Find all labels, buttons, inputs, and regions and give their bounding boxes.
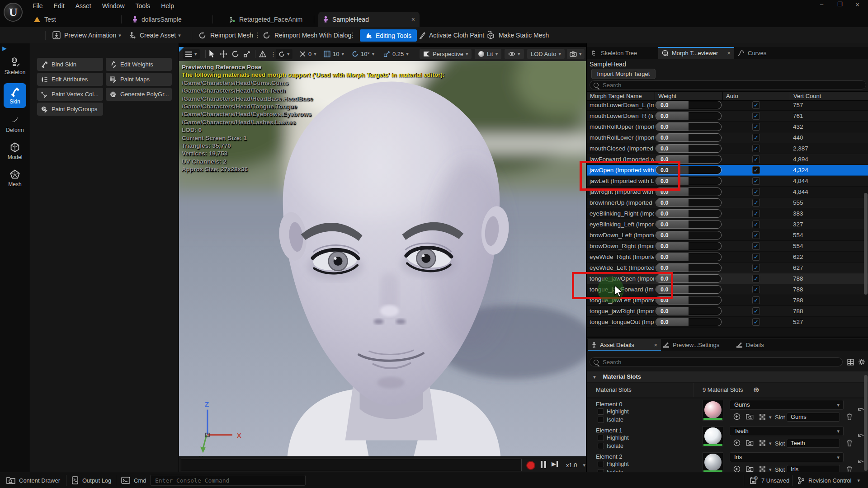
bind-skin-button[interactable]: Bind Skin xyxy=(37,58,103,71)
weight-spinbox[interactable]: 0.0 xyxy=(656,198,722,207)
weight-spinbox[interactable]: 0.0 xyxy=(656,253,722,261)
perspective-dropdown[interactable]: Perspective▾ xyxy=(420,49,472,59)
window-maximize-button[interactable]: ❐ xyxy=(837,1,843,8)
lit-mode-dropdown[interactable]: Lit▾ xyxy=(475,49,501,59)
mode-deform[interactable]: Deform xyxy=(0,115,30,133)
gear-icon[interactable] xyxy=(858,358,865,366)
column-vert-count[interactable]: Vert Count xyxy=(790,92,868,100)
morph-row-mouthLowerDown_R[interactable]: mouthLowerDown_R (Impo0.0✓761 xyxy=(587,111,868,122)
weight-spinbox[interactable]: 0.0 xyxy=(656,209,722,218)
playback-speed-dropdown[interactable]: x1.0▾ xyxy=(566,457,585,473)
edit-attributes-button[interactable]: Edit Attributes xyxy=(37,73,103,86)
tab-skeleton-tree[interactable]: Skeleton Tree xyxy=(588,47,641,59)
reimport-mesh-button[interactable]: Reimport Mesh xyxy=(198,27,253,43)
auto-checkbox[interactable]: ✓ xyxy=(752,286,760,293)
mode-model[interactable]: Model xyxy=(0,142,30,160)
auto-checkbox[interactable]: ✓ xyxy=(752,275,760,282)
select-tool-icon[interactable] xyxy=(209,47,215,61)
morph-search-input[interactable] xyxy=(602,81,845,89)
tab-retargeted-faceanim[interactable]: Retargeted_FaceAnim xyxy=(224,12,307,27)
auto-checkbox[interactable]: ✓ xyxy=(752,112,760,120)
tab-asset-details[interactable]: Asset Details × xyxy=(588,339,661,351)
tab-dollars-sample[interactable]: dollarsSample xyxy=(127,12,186,27)
console-command-input[interactable] xyxy=(154,477,302,484)
viewport-3d-scene[interactable]: Z X Y Previewing Reference PoseThe follo… xyxy=(179,61,586,456)
morph-row-mouthClosed[interactable]: mouthClosed (Imported wi0.0✓2,387 xyxy=(587,143,868,154)
auto-checkbox[interactable]: ✓ xyxy=(752,155,760,163)
auto-checkbox[interactable]: ✓ xyxy=(752,177,760,185)
grid-snap-group[interactable]: 10▾ xyxy=(324,47,344,61)
paint-maps-button[interactable]: Paint Maps xyxy=(106,73,172,86)
use-selected-icon[interactable] xyxy=(733,439,741,446)
weight-spinbox[interactable]: 0.0 xyxy=(656,133,722,142)
auto-checkbox[interactable]: ✓ xyxy=(752,145,760,152)
preview-animation-button[interactable]: Preview Animation▾ xyxy=(52,27,121,43)
viewport-options-menu[interactable]: ▾ xyxy=(183,49,200,59)
scale-snap-group[interactable]: 0.25▾ xyxy=(383,47,409,61)
console-command-field[interactable] xyxy=(150,475,306,486)
menu-help[interactable]: Help xyxy=(156,1,179,11)
create-asset-button[interactable]: Create Asset▾ xyxy=(128,27,181,43)
weight-spinbox[interactable]: 0.0 xyxy=(656,307,722,315)
rotation-mode-dropdown[interactable]: ▾ xyxy=(276,49,292,59)
cmd-dropdown[interactable]: Cmd▾ xyxy=(121,472,155,488)
weight-spinbox[interactable]: 0.0 xyxy=(656,122,722,131)
auto-checkbox[interactable]: ✓ xyxy=(752,221,760,228)
details-search[interactable] xyxy=(590,357,843,366)
slot-name-input[interactable]: Gums xyxy=(787,413,840,422)
weight-spinbox[interactable]: 0.0 xyxy=(656,144,722,153)
morph-row-tongue_jawRight[interactable]: tongue_jawRight (Imported0.0✓788 xyxy=(587,306,868,317)
expand-sidebar-icon[interactable] xyxy=(2,46,7,52)
weight-spinbox[interactable]: 0.0 xyxy=(656,231,722,239)
auto-checkbox[interactable]: ✓ xyxy=(752,318,760,326)
display-filter-icon[interactable] xyxy=(847,359,854,366)
menu-window[interactable]: Window xyxy=(98,1,129,11)
morph-row-browDown_Left[interactable]: browDown_Left (Imported0.0✓554 xyxy=(587,230,868,241)
morph-row-eyeWide_Right[interactable]: eyeWide_Right (Imported v0.0✓622 xyxy=(587,252,868,263)
weight-spinbox[interactable]: 0.0 xyxy=(656,220,722,229)
material-slots-section-header[interactable]: ▼ Material Slots xyxy=(587,371,868,382)
close-tab-icon[interactable]: × xyxy=(727,50,731,56)
rotation-snap-group[interactable]: 10°▾ xyxy=(352,47,374,61)
show-flags-dropdown[interactable]: ▾ xyxy=(505,49,524,59)
auto-checkbox[interactable]: ✓ xyxy=(752,264,760,272)
paint-polygroups-button[interactable]: Paint PolyGroups xyxy=(37,103,103,116)
edit-weights-button[interactable]: Edit Weights xyxy=(106,58,172,71)
scale-tool-icon[interactable] xyxy=(243,47,251,61)
material-dropdown[interactable]: Teeth▾ xyxy=(730,426,844,436)
step-forward-button[interactable]: ▶ xyxy=(552,460,558,467)
isolate-checkbox[interactable] xyxy=(598,417,604,423)
close-tab-icon[interactable]: × xyxy=(654,342,657,348)
morph-row-mouthRollUpper[interactable]: mouthRollUpper (Imported0.0✓432 xyxy=(587,122,868,132)
morph-row-eyeBlinking_Right[interactable]: eyeBlinking_Right (Importe0.0✓383 xyxy=(587,208,868,219)
tab-morph-target-previewer[interactable]: Morph T...eviewer × xyxy=(658,47,734,59)
morph-row-browInnerUp[interactable]: browInnerUp (Imported wi0.0✓555 xyxy=(587,197,868,208)
weight-spinbox[interactable]: 0.0 xyxy=(656,112,722,120)
move-tool-icon[interactable] xyxy=(220,47,227,61)
paint-vertex-colors-button[interactable]: Paint Vertex Col... xyxy=(37,88,103,101)
chevron-down-icon[interactable]: ▾ xyxy=(769,414,772,420)
auto-checkbox[interactable]: ✓ xyxy=(752,253,760,261)
browse-to-asset-icon[interactable] xyxy=(746,413,754,420)
unsaved-assets-button[interactable]: 1 7 Unsaved xyxy=(750,472,789,488)
isolate-checkbox[interactable] xyxy=(598,443,604,449)
tab-details[interactable]: Details xyxy=(732,339,768,351)
auto-checkbox[interactable]: ✓ xyxy=(752,134,760,141)
auto-checkbox[interactable]: ✓ xyxy=(752,296,760,304)
material-thumbnail[interactable] xyxy=(703,400,723,421)
weight-spinbox[interactable]: 0.0 xyxy=(656,263,722,272)
menu-edit[interactable]: Edit xyxy=(49,1,69,11)
lod-dropdown[interactable]: LOD Auto▾ xyxy=(527,49,565,59)
material-thumbnail[interactable] xyxy=(703,452,723,473)
morph-row-browDown_Right[interactable]: browDown_Right (Importe0.0✓554 xyxy=(587,241,868,252)
menu-tools[interactable]: Tools xyxy=(131,1,155,11)
add-material-slot-icon[interactable]: ⊕ xyxy=(753,385,759,394)
mode-skin[interactable]: Skin xyxy=(4,83,26,108)
window-minimize-button[interactable]: – xyxy=(820,1,823,8)
texture-checker-icon[interactable] xyxy=(760,414,765,420)
tab-test[interactable]: Test xyxy=(29,12,61,27)
highlight-checkbox[interactable] xyxy=(598,461,604,467)
delete-slot-icon[interactable] xyxy=(846,413,853,420)
menu-file[interactable]: File xyxy=(28,1,47,11)
material-thumbnail[interactable] xyxy=(703,426,723,447)
